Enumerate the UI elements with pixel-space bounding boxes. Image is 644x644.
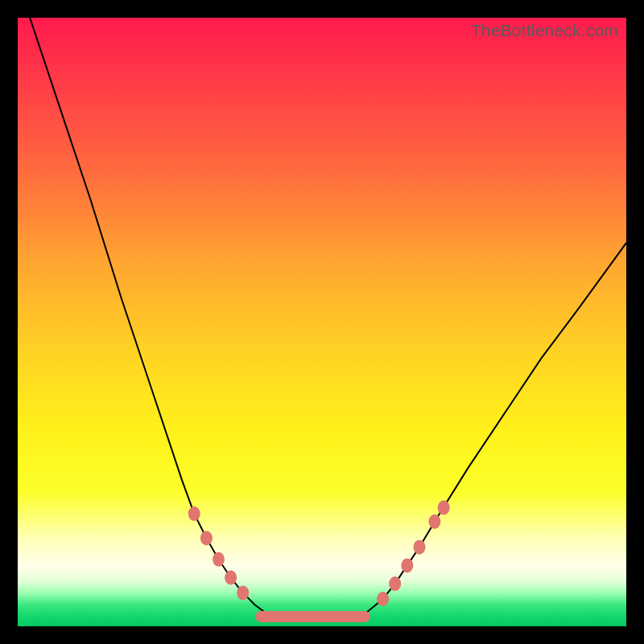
marker-dot [389, 576, 401, 591]
marker-dot [414, 540, 426, 555]
marker-group [188, 501, 450, 606]
marker-dot [200, 530, 213, 545]
marker-dot [438, 501, 450, 515]
marker-dot [237, 585, 249, 600]
curve-line [30, 18, 626, 617]
marker-dot [377, 592, 389, 606]
marker-dot [213, 552, 225, 567]
marker-dot [225, 571, 237, 585]
watermark-text: TheBottleneck.com [471, 21, 618, 40]
marker-dot [188, 506, 200, 521]
chart-frame: TheBottleneck.com [18, 18, 626, 626]
bottleneck-chart [18, 18, 626, 626]
marker-dot [401, 558, 413, 572]
marker-dot [428, 514, 440, 529]
